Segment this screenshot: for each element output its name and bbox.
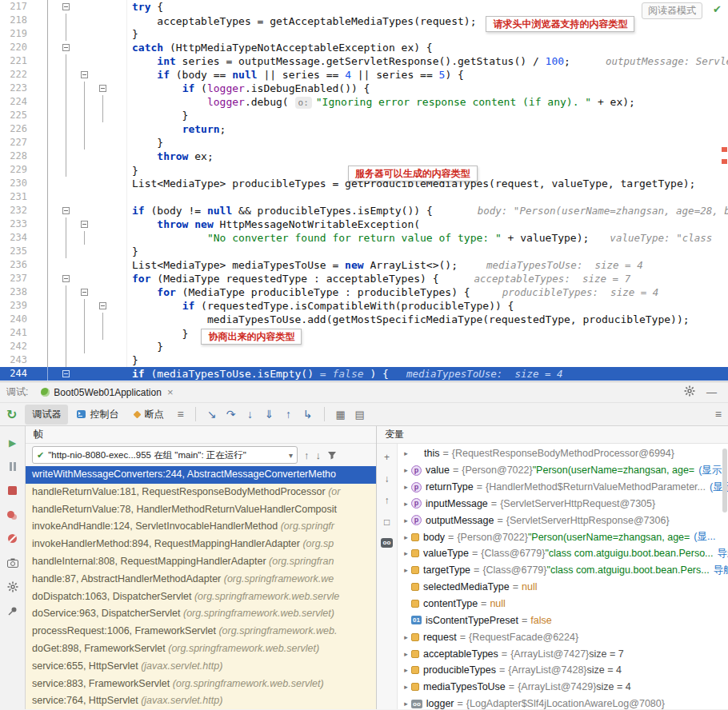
line-number[interactable]: 232	[0, 204, 35, 217]
next-frame-button[interactable]: ↓	[316, 449, 322, 461]
line-number[interactable]: 231	[0, 190, 35, 204]
expand-chevron-icon[interactable]: ▸	[401, 500, 411, 508]
fold-gutter[interactable]	[35, 82, 127, 95]
stack-frame-row[interactable]: service:764, HttpServlet (javax.servlet.…	[26, 692, 376, 709]
fold-gutter[interactable]	[35, 0, 127, 14]
code-line[interactable]: 222 if (body == null || series == 4 || s…	[0, 68, 728, 82]
expand-chevron-icon[interactable]: ▸	[401, 517, 411, 525]
resume-button[interactable]: ▶	[9, 437, 16, 448]
stack-frame-row[interactable]: handle:87, AbstractHandlerMethodAdapter …	[26, 571, 376, 588]
line-number[interactable]: 239	[0, 299, 35, 313]
line-number[interactable]: 222	[0, 68, 35, 82]
fold-collapse-icon[interactable]	[62, 3, 70, 10]
variable-row[interactable]: ▸this={RequestResponseBodyMethodProcesso…	[398, 445, 728, 462]
stack-frame-row[interactable]: service:655, HttpServlet (javax.servlet.…	[26, 658, 376, 676]
expand-chevron-icon[interactable]: ▸	[401, 533, 411, 541]
variable-row[interactable]: ▸valueType={Class@6779} "class com.atgui…	[398, 545, 728, 562]
thread-dump-button[interactable]	[7, 557, 18, 568]
line-number[interactable]: 234	[0, 231, 35, 245]
line-number[interactable]: 228	[0, 150, 35, 163]
stack-frame-row[interactable]: doDispatch:1063, DispatcherServlet (org.…	[26, 588, 376, 606]
fold-collapse-icon[interactable]	[81, 221, 88, 228]
settings-button[interactable]	[7, 581, 18, 592]
step-out-button[interactable]: ↑	[279, 408, 298, 421]
line-number[interactable]: 218	[0, 14, 35, 27]
fold-gutter[interactable]	[35, 27, 127, 41]
code-line[interactable]: 232if (body != null && producibleTypes.i…	[0, 204, 728, 217]
filter-funnel-icon[interactable]	[327, 450, 337, 460]
fold-gutter[interactable]	[35, 272, 127, 285]
expand-chevron-icon[interactable]: ▸	[401, 466, 411, 474]
expand-chevron-icon[interactable]: ▸	[401, 700, 411, 708]
line-number[interactable]: 233	[0, 217, 35, 231]
fold-collapse-icon[interactable]	[81, 71, 88, 78]
fold-collapse-icon[interactable]	[99, 85, 106, 92]
inspection-ok-icon[interactable]: ✔	[713, 3, 722, 15]
fold-gutter[interactable]	[35, 136, 127, 150]
line-number[interactable]: 242	[0, 340, 35, 353]
fold-gutter[interactable]	[35, 95, 127, 109]
tab-debugger[interactable]: 调试器	[25, 405, 68, 425]
variable-row[interactable]: selectedMediaType=null	[398, 579, 728, 596]
code-line[interactable]: 233 throw new HttpMessageNotWritableExce…	[0, 217, 728, 231]
variable-row[interactable]: ▸acceptableTypes={ArrayList@7427} size =…	[398, 645, 728, 662]
code-line[interactable]: 221 int series = outputMessage.getServle…	[0, 54, 728, 68]
line-number[interactable]: 229	[0, 163, 35, 177]
line-number[interactable]: 221	[0, 54, 35, 68]
line-number[interactable]: 237	[0, 272, 35, 285]
value-link[interactable]: 导航	[718, 547, 728, 560]
fold-gutter[interactable]	[35, 353, 127, 367]
code-line[interactable]: 231	[0, 190, 728, 204]
code-line[interactable]: 226 return;	[0, 122, 728, 136]
fold-gutter[interactable]	[35, 122, 127, 136]
value-link[interactable]: 导航	[714, 564, 728, 577]
close-icon[interactable]: ×	[167, 386, 174, 398]
code-line[interactable]: 236List<MediaType> mediaTypesToUse = new…	[0, 258, 728, 272]
fold-gutter[interactable]	[35, 150, 127, 163]
code-line[interactable]: 237for (MediaType requestedType : accept…	[0, 272, 728, 285]
fold-collapse-icon[interactable]	[62, 44, 70, 51]
line-number[interactable]: 227	[0, 136, 35, 150]
code-line[interactable]: 243}	[0, 353, 728, 367]
fold-gutter[interactable]	[35, 41, 127, 54]
mute-breakpoints-button[interactable]	[8, 533, 17, 544]
variable-row[interactable]: ▸pvalue={Person@7022} "Person(userName=z…	[398, 462, 728, 479]
line-number[interactable]: 224	[0, 95, 35, 109]
fold-gutter[interactable]	[35, 313, 127, 326]
code-line[interactable]: 235}	[0, 245, 728, 258]
stack-frame-row[interactable]: writeWithMessageConverters:244, Abstract…	[26, 466, 376, 484]
fold-gutter[interactable]	[35, 245, 127, 258]
fold-gutter[interactable]	[35, 299, 127, 313]
expand-chevron-icon[interactable]: ▸	[401, 650, 411, 658]
variable-row[interactable]: ▸pinputMessage={ServletServerHttpRequest…	[398, 496, 728, 513]
variable-row[interactable]: ▸preturnType={HandlerMethod$ReturnValueM…	[398, 479, 728, 496]
fold-gutter[interactable]	[35, 177, 127, 190]
tab-session[interactable]: Boot05Web01Application ×	[38, 385, 176, 400]
tab-console[interactable]: 控制台	[70, 405, 126, 425]
fold-gutter[interactable]	[35, 231, 127, 245]
code-line[interactable]: 234 "No converter found for return value…	[0, 231, 728, 245]
pin-button[interactable]	[8, 605, 18, 616]
code-line[interactable]: 239 if (requestedType.isCompatibleWith(p…	[0, 299, 728, 313]
fold-gutter[interactable]	[35, 190, 127, 204]
endless-loop-badge[interactable]: oo	[381, 538, 394, 548]
previous-frame-button[interactable]: ↑	[304, 449, 310, 461]
fold-gutter[interactable]	[35, 204, 127, 217]
arrow-down-icon[interactable]: ↓	[385, 473, 390, 485]
line-number[interactable]: 230	[0, 177, 35, 190]
arrow-up-icon[interactable]: ↑	[385, 495, 390, 506]
line-number[interactable]: 225	[0, 109, 35, 122]
variable-row[interactable]: 01isContentTypePreset=false	[398, 612, 728, 628]
fold-collapse-icon[interactable]	[62, 207, 70, 214]
line-number[interactable]: 236	[0, 258, 35, 272]
stop-button[interactable]	[8, 485, 17, 496]
stack-frame-row[interactable]: handleReturnValue:181, RequestResponseBo…	[26, 484, 376, 501]
expand-chevron-icon[interactable]: ▸	[401, 449, 411, 457]
copy-icon[interactable]: □	[384, 517, 390, 528]
line-number[interactable]: 220	[0, 41, 35, 54]
stack-frame-row[interactable]: handleReturnValue:78, HandlerMethodRetur…	[26, 501, 376, 519]
fold-gutter[interactable]	[35, 109, 127, 122]
variable-row[interactable]: ▸producibleTypes={ArrayList@7428} size =…	[398, 662, 728, 679]
stack-frame-row[interactable]: invokeAndHandle:124, ServletInvocableHan…	[26, 518, 376, 536]
layout-settings-button[interactable]: ▤	[350, 409, 370, 421]
